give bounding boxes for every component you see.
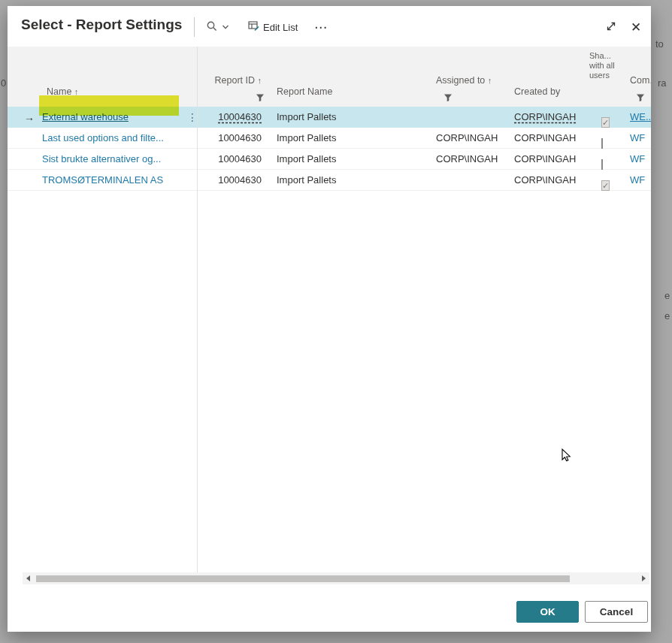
report-id-cell[interactable]: 10004630 <box>218 149 262 170</box>
table-row[interactable]: → External warehouse ⋮ 10004630 Import P… <box>8 107 651 128</box>
report-name-cell: Import Pallets <box>277 128 336 149</box>
close-icon: ✕ <box>631 20 641 35</box>
com-cell[interactable]: WF <box>630 170 645 191</box>
report-id-cell[interactable]: 10004630 <box>218 128 262 149</box>
table-row[interactable]: Sist brukte alternativer og... 10004630 … <box>8 149 651 170</box>
search-button[interactable] <box>206 18 229 36</box>
page-title: Select - Report Settings <box>21 17 182 33</box>
name-link[interactable]: Last used options and filte... <box>42 128 164 149</box>
chevron-down-icon <box>222 22 229 33</box>
report-name-cell: Import Pallets <box>277 170 336 191</box>
edit-list-button[interactable]: Edit List <box>248 18 298 36</box>
expand-icon <box>605 20 617 35</box>
report-name-cell: Import Pallets <box>277 149 336 170</box>
shared-with-all-users-checkbox[interactable]: ✓ <box>601 117 610 128</box>
name-link[interactable]: Sist brukte alternativer og... <box>42 149 161 170</box>
ok-button[interactable]: OK <box>516 601 579 623</box>
report-id-cell[interactable]: 10004630 <box>218 170 262 191</box>
report-settings-dialog: Select - Report Settings Edit List ⋯ ✕ <box>8 6 651 632</box>
edit-list-icon <box>248 20 259 34</box>
table-header: Name ↑ Report ID ↑ Report Name Assigned … <box>8 47 651 107</box>
filter-icon[interactable] <box>636 92 645 101</box>
created-by-cell: CORP\INGAH <box>514 170 576 191</box>
name-link[interactable]: External warehouse <box>42 107 129 128</box>
selected-row-arrow-icon: → <box>24 107 35 128</box>
column-header-assigned-to[interactable]: Assigned to ↑ <box>436 75 492 86</box>
table-row[interactable]: TROMSØTERMINALEN AS 10004630 Import Pall… <box>8 170 651 191</box>
table-row[interactable]: Last used options and filte... 10004630 … <box>8 128 651 149</box>
table-body: → External warehouse ⋮ 10004630 Import P… <box>8 107 651 191</box>
frozen-column-divider <box>197 47 198 572</box>
sort-asc-icon: ↑ <box>74 87 79 96</box>
assigned-to-cell: CORP\INGAH <box>436 149 498 170</box>
more-options-button[interactable]: ⋯ <box>314 18 328 36</box>
scrollbar-thumb[interactable] <box>36 575 570 582</box>
cancel-button[interactable]: Cancel <box>585 601 648 623</box>
shared-with-all-users-checkbox[interactable] <box>601 138 603 149</box>
column-header-report-id[interactable]: Report ID ↑ <box>215 75 262 86</box>
background-text-fragment: ra <box>658 77 667 89</box>
dialog-header: Select - Report Settings Edit List ⋯ ✕ <box>8 6 651 47</box>
background-text-fragment: e <box>664 310 670 322</box>
background-text-fragment: to <box>655 38 664 50</box>
dialog-footer: OK Cancel <box>8 584 651 632</box>
created-by-cell[interactable]: CORP\INGAH <box>514 107 576 128</box>
com-cell[interactable]: WF <box>630 128 645 149</box>
toolbar-divider <box>194 17 195 37</box>
expand-dialog-button[interactable] <box>605 18 617 36</box>
sort-asc-icon: ↑ <box>258 76 262 85</box>
close-dialog-button[interactable]: ✕ <box>631 18 641 36</box>
created-by-cell: CORP\INGAH <box>514 149 576 170</box>
column-header-name[interactable]: Name ↑ <box>47 86 78 97</box>
edit-list-label: Edit List <box>263 22 298 33</box>
column-header-shared-with-all-users[interactable]: Sha... with all users <box>589 51 619 80</box>
column-header-report-name[interactable]: Report Name <box>277 86 332 97</box>
report-name-cell: Import Pallets <box>277 107 336 128</box>
assigned-to-cell: CORP\INGAH <box>436 128 498 149</box>
scroll-right-icon[interactable] <box>637 572 649 584</box>
column-header-created-by[interactable]: Created by <box>514 86 560 97</box>
shared-with-all-users-checkbox[interactable]: ✓ <box>601 180 610 191</box>
column-header-com[interactable]: Com... <box>630 75 651 86</box>
com-cell[interactable]: WF <box>630 149 645 170</box>
search-icon <box>206 20 218 35</box>
report-id-cell[interactable]: 10004630 <box>218 107 262 128</box>
created-by-cell: CORP\INGAH <box>514 128 576 149</box>
scroll-left-icon[interactable] <box>23 572 35 584</box>
sort-asc-icon: ↑ <box>488 76 492 85</box>
background-text-fragment: e <box>664 290 670 301</box>
filter-icon[interactable] <box>256 92 265 101</box>
com-cell[interactable]: WE... <box>630 107 651 128</box>
horizontal-scrollbar[interactable] <box>23 572 649 584</box>
filter-icon[interactable] <box>443 92 453 101</box>
shared-with-all-users-checkbox[interactable] <box>601 159 603 170</box>
background-text-fragment: 0 <box>1 77 6 89</box>
name-link[interactable]: TROMSØTERMINALEN AS <box>42 170 163 191</box>
